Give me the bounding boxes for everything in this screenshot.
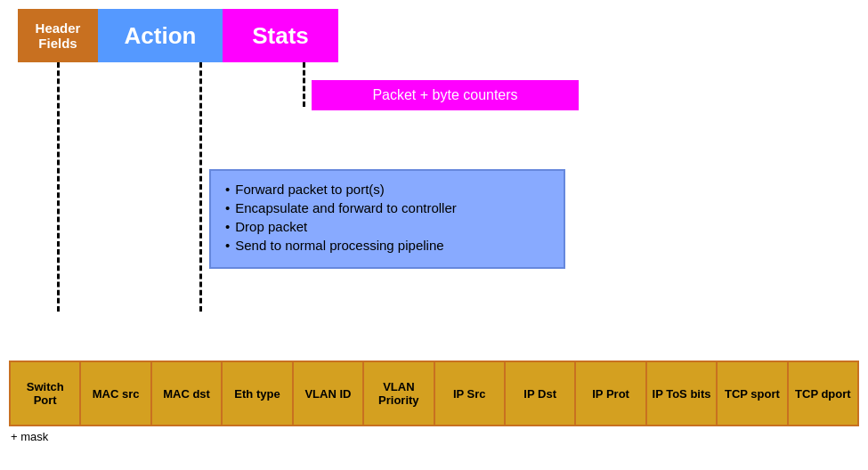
packet-counters-label: Packet + byte counters	[372, 87, 517, 102]
field-ip-prot: IP Prot	[576, 362, 646, 425]
field-vlan-id: VLAN ID	[294, 362, 364, 425]
action-item-3: Drop packet	[225, 219, 549, 234]
field-switch-port: Switch Port	[11, 362, 81, 425]
action-box: Action	[98, 9, 223, 62]
stats-box: Stats	[223, 9, 338, 62]
header-fields-box: Header Fields	[18, 9, 98, 62]
field-ip-dst: IP Dst	[506, 362, 576, 425]
dotted-lines-area: Packet + byte counters Forward packet to…	[18, 62, 850, 312]
dashed-line-action	[199, 62, 202, 312]
field-eth-type: Eth type	[223, 362, 293, 425]
action-item-2: Encapsulate and forward to controller	[225, 200, 549, 215]
action-item-4: Send to normal processing pipeline	[225, 238, 549, 253]
dashed-line-stats	[303, 62, 305, 107]
field-vlan-priority: VLAN Priority	[364, 362, 434, 425]
fields-table-container: Switch Port MAC src MAC dst Eth type VLA…	[0, 361, 868, 443]
header-row: Header Fields Action Stats	[18, 9, 850, 62]
fields-table: Switch Port MAC src MAC dst Eth type VLA…	[9, 361, 859, 426]
field-tcp-dport: TCP dport	[789, 362, 857, 425]
field-ip-tos: IP ToS bits	[647, 362, 718, 425]
action-label: Action	[125, 22, 197, 50]
stats-label: Stats	[252, 22, 309, 50]
field-ip-src: IP Src	[435, 362, 506, 425]
field-tcp-sport: TCP sport	[718, 362, 788, 425]
dashed-line-header-fields	[57, 62, 60, 312]
main-container: Header Fields Action Stats Packet + byte…	[0, 0, 868, 470]
mask-label: + mask	[9, 430, 859, 443]
field-mac-src: MAC src	[81, 362, 151, 425]
field-mac-dst: MAC dst	[152, 362, 223, 425]
packet-counters-box: Packet + byte counters	[312, 80, 579, 110]
header-fields-label: Header Fields	[28, 20, 87, 51]
action-list-box: Forward packet to port(s) Encapsulate an…	[209, 169, 565, 269]
action-item-1: Forward packet to port(s)	[225, 182, 549, 197]
action-list: Forward packet to port(s) Encapsulate an…	[225, 182, 549, 253]
